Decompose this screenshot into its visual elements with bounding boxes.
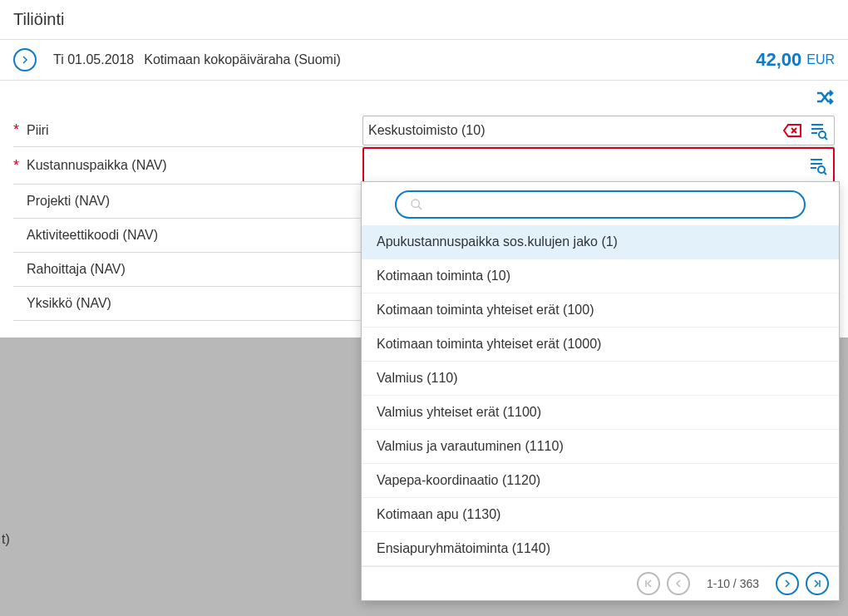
first-page-icon [643,579,653,589]
form-label-cell: Aktiviteettikoodi (NAV) [13,220,362,251]
chevron-right-icon [782,579,792,589]
dropdown-search-wrap [395,190,806,219]
page-header: Tiliöinti [0,0,848,40]
expand-toggle-button[interactable] [13,48,37,71]
pager-last-button[interactable] [806,572,829,595]
pager-info: 1-10 / 363 [707,577,759,590]
form-label: Yksikkö (NAV) [27,296,111,311]
required-asterisk: * [13,121,22,139]
list-search-icon [809,121,829,140]
dropdown-item[interactable]: Kotimaan toiminta yhteiset erät (100) [362,293,839,328]
dropdown-item[interactable]: Valmius yhteiset erät (1100) [362,396,839,430]
required-placeholder [13,261,22,278]
dropdown-list: Apukustannuspaikka sos.kulujen jako (1) … [362,225,839,566]
form-row-piiri: * Piiri Keskustoimisto (10) [13,114,835,147]
pager-prev-button[interactable] [667,572,690,595]
svg-line-13 [418,206,422,209]
dropdown-panel: Apukustannuspaikka sos.kulujen jako (1) … [361,181,840,601]
summary-row: Ti 01.05.2018 Kotimaan kokopäiväraha (Su… [0,40,848,81]
form-label-cell: Rahoittaja (NAV) [13,254,362,285]
svg-point-12 [412,200,419,207]
dropdown-item[interactable]: Kotimaan toiminta (10) [362,259,839,293]
lookup-button[interactable] [809,121,829,140]
form-row-kustannuspaikka: * Kustannuspaikka (NAV) [13,147,835,185]
toolbar [0,81,848,114]
svg-line-6 [825,137,827,140]
chevron-right-icon [20,55,30,65]
form-label-cell: Projekti (NAV) [13,186,362,217]
partial-cutoff-text: t) [0,532,10,547]
form-label: Piiri [27,123,49,138]
last-page-icon [812,579,822,589]
form-label: Aktiviteettikoodi (NAV) [27,228,158,243]
dropdown-item[interactable]: Apukustannuspaikka sos.kulujen jako (1) [362,225,839,259]
svg-point-5 [819,131,826,138]
dropdown-item[interactable]: Ensiapuryhmätoiminta (1140) [362,532,839,566]
required-placeholder [13,193,22,210]
summary-amount: 42,00 [756,49,801,71]
dropdown-pager: 1-10 / 363 [362,566,839,600]
lookup-button[interactable] [808,155,828,175]
svg-line-11 [824,172,826,175]
form-label-cell: * Piiri [13,115,362,145]
form-label: Rahoittaja (NAV) [27,262,126,277]
search-icon [410,198,423,211]
dropdown-item[interactable]: Valmius (110) [362,362,839,396]
piiri-value[interactable]: Keskustoimisto (10) [363,120,782,141]
summary-date: Ti 01.05.2018 [53,52,134,67]
kustannuspaikka-input[interactable] [364,152,808,179]
clear-button[interactable] [782,121,802,140]
dropdown-item[interactable]: Vapepa-koordinaatio (1120) [362,464,839,498]
dropdown-item[interactable]: Kotimaan apu (1130) [362,498,839,532]
dropdown-search-row [362,182,839,225]
pager-first-button[interactable] [637,572,660,595]
value-actions [808,155,833,175]
chevron-left-icon [673,579,683,589]
pager-next-button[interactable] [776,572,799,595]
required-asterisk: * [13,157,22,175]
form-label-cell: Yksikkö (NAV) [13,288,362,319]
form-label: Kustannuspaikka (NAV) [27,158,167,173]
form-value-cell [362,147,835,184]
form-value-cell: Keskustoimisto (10) [362,116,835,145]
shuffle-icon [815,87,835,107]
dropdown-item[interactable]: Kotimaan toiminta yhteiset erät (1000) [362,328,839,362]
value-actions [782,121,834,140]
required-placeholder [13,295,22,313]
required-placeholder [13,227,22,244]
summary-currency: EUR [806,52,835,67]
form-label-cell: * Kustannuspaikka (NAV) [13,150,362,181]
form-label: Projekti (NAV) [27,194,110,209]
backspace-x-icon [782,121,802,140]
dropdown-search-input[interactable] [431,198,791,212]
list-search-icon [808,155,828,175]
page-title: Tiliöinti [13,10,835,29]
svg-point-10 [818,166,825,173]
dropdown-item[interactable]: Valmius ja varautuminen (1110) [362,430,839,464]
shuffle-button[interactable] [815,87,835,107]
summary-description: Kotimaan kokopäiväraha (Suomi) [144,52,756,67]
